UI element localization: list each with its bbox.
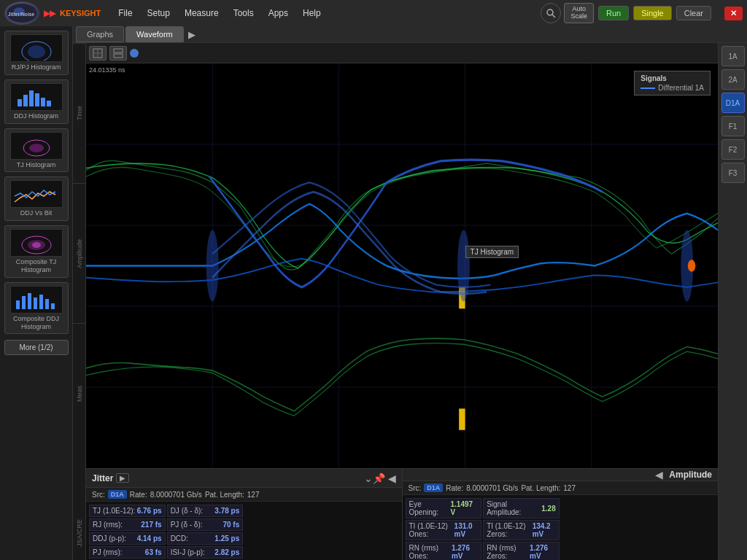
svg-text:Jitter/Noise: Jitter/Noise	[8, 12, 35, 17]
comddj-thumb	[10, 286, 63, 314]
jitter-panel: Jitter ▶ ⌄ 📌 ◀ Src: D1A Rate: 8.0000701 …	[86, 469, 403, 560]
svg-rect-30	[51, 303, 55, 309]
bottom-panel: Jitter ▶ ⌄ 📌 ◀ Src: D1A Rate: 8.0000701 …	[86, 468, 718, 560]
amplitude-measurements-table: Eye Opening: 1.1497 V Signal Amplitude: …	[403, 495, 719, 560]
signals-title: Signals	[640, 74, 704, 82]
close-button[interactable]: ✕	[724, 7, 743, 20]
amp-row-3: RN (rms) Ones: 1.276 mV RN (rms) Zeros: …	[406, 542, 716, 560]
sidebar-item-rjpj[interactable]: RJ/PJ Histogram	[4, 31, 69, 75]
logo-area: Jitter/Noise ▶▶ KEYSIGHT	[4, 1, 104, 25]
jitter-rj-label: RJ (rms):	[93, 521, 123, 529]
amp-rn1-cell: RN (rms) Ones: 1.276 mV	[406, 542, 482, 560]
rjpj-thumb	[10, 34, 63, 62]
jitter-dj-cell: DJ (δ - δ): 3.78 ps	[167, 505, 244, 517]
jitter-src-label: Src:	[92, 491, 105, 499]
menu-setup[interactable]: Setup	[142, 5, 176, 21]
jitter-nav-back[interactable]: ◀	[388, 472, 396, 484]
jitter-play-button[interactable]: ▶	[116, 473, 129, 483]
svg-point-22	[32, 242, 41, 248]
jitter-pj-cell: PJ (rms): 63 fs	[89, 546, 166, 559]
jitter-pj-label: PJ (rms):	[93, 548, 123, 556]
channel-f2-button[interactable]: F2	[721, 139, 745, 160]
sidebar-label-rjpj: RJ/PJ Histogram	[7, 63, 66, 71]
jitter-dcd-label: DCD:	[171, 534, 188, 542]
sidebar-item-comtj[interactable]: Composite TJ Histogram	[4, 225, 69, 278]
amp-rn0-label: RN (rms) Zeros:	[487, 544, 530, 560]
run-button[interactable]: Run	[598, 6, 629, 20]
svg-point-7	[28, 45, 45, 58]
svg-rect-29	[45, 299, 49, 309]
search-button[interactable]	[541, 3, 561, 23]
svg-rect-46	[459, 408, 465, 429]
sidebar-item-ddjvsbit[interactable]: DDJ Vs Bit	[4, 176, 69, 221]
clear-button[interactable]: Clear	[676, 6, 711, 20]
waveform-split-btn[interactable]	[109, 46, 127, 61]
menu-apps[interactable]: Apps	[263, 5, 294, 21]
comtj-thumb	[10, 229, 63, 257]
jsa-side-label: JSA/CRE	[73, 463, 86, 560]
channel-d1a-button[interactable]: D1A	[721, 93, 745, 113]
svg-point-3	[547, 9, 553, 15]
channel-indicator[interactable]	[130, 49, 139, 58]
channel-f1-button[interactable]: F1	[721, 116, 745, 136]
menu-measure[interactable]: Measure	[179, 5, 225, 21]
jitter-collapse-button[interactable]: ⌄	[364, 472, 373, 484]
sidebar-item-comddj[interactable]: Composite DDJ Histogram	[4, 282, 69, 335]
jitter-pj-value: 63 fs	[145, 548, 162, 556]
jitter-pat-label: Pat. Length:	[205, 491, 244, 499]
jitter-rate-value: 8.0000701 Gb/s	[150, 491, 202, 499]
jitter-dj-label: DJ (δ - δ):	[171, 507, 203, 515]
jitter-pin-button[interactable]: 📌	[373, 472, 385, 484]
menu-help[interactable]: Help	[297, 5, 327, 21]
amp-eye-value: 1.1497 V	[450, 500, 478, 516]
autoscale-button[interactable]: AutoScale	[564, 3, 594, 23]
amp-rn0-value: 1.276 mV	[530, 544, 556, 560]
app-logo: Jitter/Noise	[4, 1, 39, 25]
sidebar-item-ddj[interactable]: DDJ Histogram	[4, 79, 69, 124]
jitter-dj-value: 3.78 ps	[214, 507, 239, 515]
svg-rect-13	[41, 98, 45, 106]
sidebar-label-ddjvsbit: DDJ Vs Bit	[7, 209, 66, 217]
amp-ti0-label: TI (1.0E-12) Zeros:	[487, 522, 533, 538]
amp-nav-back[interactable]: ◀	[655, 469, 663, 481]
sidebar-item-tj[interactable]: TJ Histogram	[4, 128, 69, 173]
meas-side-label: Meas	[73, 323, 86, 463]
waveform-play-button[interactable]: ▶	[188, 29, 196, 40]
ddj-thumb	[10, 83, 63, 111]
svg-rect-26	[28, 293, 31, 309]
jitter-title: Jitter	[92, 473, 113, 483]
sidebar-label-tj: TJ Histogram	[7, 161, 66, 169]
amplitude-panel: ◀ Amplitude Src: D1A Rate: 8.0000701 Gb/…	[403, 469, 719, 560]
signals-diff-label: Differential 1A	[658, 84, 704, 92]
single-button[interactable]: Single	[633, 6, 672, 20]
tab-waveform[interactable]: Waveform	[125, 26, 184, 42]
amp-rate-label: Rate:	[446, 484, 463, 492]
waveform-grid-btn[interactable]	[89, 46, 107, 61]
jitter-header: Jitter ▶ ⌄ 📌 ◀	[86, 469, 402, 488]
jitter-source-info: Src: D1A Rate: 8.0000701 Gb/s Pat. Lengt…	[86, 488, 402, 502]
channel-f3-button[interactable]: F3	[721, 163, 745, 183]
svg-rect-28	[39, 295, 43, 309]
amp-src-label: Src:	[409, 484, 422, 492]
amp-eye-cell: Eye Opening: 1.1497 V	[406, 498, 482, 518]
right-channel-sidebar: 1A 2A D1A F1 F2 F3	[718, 43, 747, 560]
svg-rect-14	[47, 101, 51, 106]
jitter-tj-value: 6.76 ps	[137, 507, 162, 515]
amp-ti0-cell: TI (1.0E-12) Zeros: 134.2 mV	[483, 520, 560, 540]
svg-rect-34	[114, 49, 123, 52]
channel-2a-button[interactable]: 2A	[721, 69, 745, 90]
jitter-pjdd-value: 70 fs	[222, 521, 239, 529]
svg-rect-10	[23, 95, 28, 106]
jitter-ddj-label: DDJ (p-p):	[93, 534, 126, 542]
svg-rect-27	[34, 298, 37, 309]
tab-graphs[interactable]: Graphs	[76, 26, 124, 42]
menu-tools[interactable]: Tools	[228, 5, 260, 21]
amp-row-1: Eye Opening: 1.1497 V Signal Amplitude: …	[406, 498, 716, 518]
channel-1a-button[interactable]: 1A	[721, 46, 745, 66]
svg-point-47	[206, 230, 219, 302]
jitter-pat-value: 127	[247, 491, 260, 499]
menu-file[interactable]: File	[112, 5, 138, 21]
left-sidebar: RJ/PJ Histogram DDJ Histogram	[0, 26, 73, 560]
sidebar-more-button[interactable]: More (1/2)	[4, 340, 69, 355]
ddjvsbit-thumb	[10, 180, 63, 208]
